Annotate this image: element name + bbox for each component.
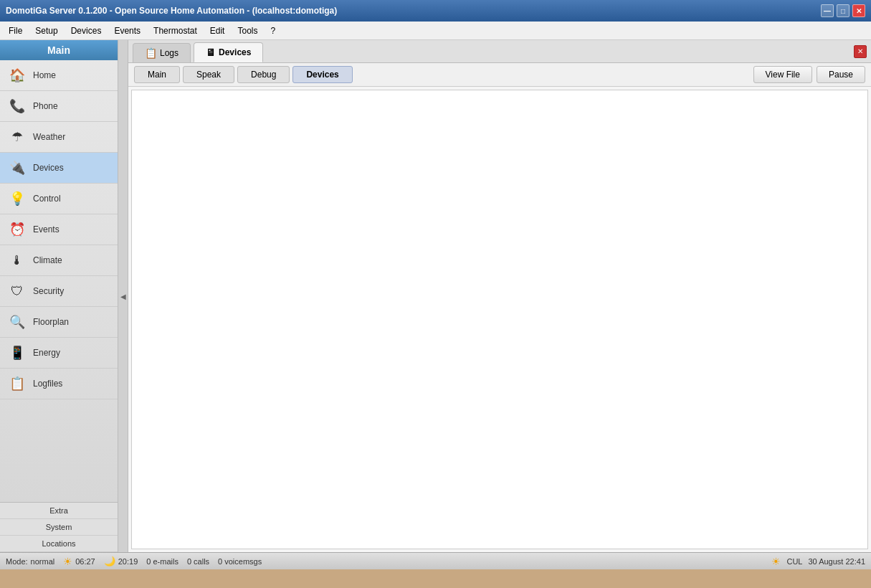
sun-icon: ☀ [63, 556, 72, 567]
sidebar-footer: ExtraSystemLocations [0, 502, 118, 552]
sun-time: 06:27 [75, 557, 95, 566]
action-btn-view-file[interactable]: View File [753, 66, 812, 83]
sidebar-item-control[interactable]: 💡 Control [0, 184, 118, 214]
tab-icon-devices: 🖥 [206, 47, 216, 58]
sidebar-icon-devices: 🔌 [7, 158, 27, 178]
tab-bar-left: 📋 Logs🖥 Devices [133, 42, 263, 62]
app: Main 🏠 Home📞 Phone☂ Weather🔌 Devices💡 Co… [0, 40, 871, 569]
status-calls: 0 calls [187, 557, 209, 566]
sidebar-icon-floorplan: 🔍 [7, 312, 27, 332]
status-right-sun-icon: ☀ [771, 556, 781, 567]
sidebar-footer-item-system[interactable]: System [0, 519, 118, 536]
sidebar-icon-logfiles: 📋 [7, 374, 27, 394]
menu-item-thermostat[interactable]: Thermostat [148, 24, 203, 38]
sidebar-item-events[interactable]: ⏰ Events [0, 214, 118, 245]
sidebar-item-phone[interactable]: 📞 Phone [0, 91, 118, 122]
titlebar-controls: — □ ✕ [821, 4, 865, 17]
sidebar-header: Main [0, 40, 118, 60]
sidebar-icon-energy: 📱 [7, 343, 27, 363]
sidebar-item-security[interactable]: 🛡 Security [0, 276, 118, 307]
sidebar: Main 🏠 Home📞 Phone☂ Weather🔌 Devices💡 Co… [0, 40, 118, 552]
status-mode: Mode: normal [6, 557, 54, 566]
tab-close-button[interactable]: ✕ [854, 45, 867, 58]
titlebar: DomotiGa Server 0.1.200 - Open Source Ho… [0, 0, 871, 22]
tab-label-devices: Devices [219, 47, 251, 57]
maximize-button[interactable]: □ [837, 4, 849, 17]
sidebar-item-climate[interactable]: 🌡 Climate [0, 245, 118, 276]
menu-item-edit[interactable]: Edit [204, 24, 231, 38]
sidebar-icon-climate: 🌡 [7, 250, 27, 270]
sidebar-item-home[interactable]: 🏠 Home [0, 60, 118, 91]
tab-label-logs: Logs [160, 48, 179, 58]
sidebar-label-climate: Climate [33, 255, 62, 265]
action-btn-pause[interactable]: Pause [817, 66, 865, 83]
status-sun: ☀ 06:27 [63, 556, 95, 567]
sidebar-collapse-handle[interactable]: ◀ [118, 40, 128, 552]
sub-tab-right: View FilePause [753, 66, 866, 83]
sidebar-item-energy[interactable]: 📱 Energy [0, 338, 118, 369]
tab-bar-right: ✕ [854, 45, 867, 60]
menu-item-devices[interactable]: Devices [65, 24, 108, 38]
sidebar-footer-item-extra[interactable]: Extra [0, 503, 118, 519]
sub-tab-speak[interactable]: Speak [183, 66, 234, 83]
sidebar-footer-item-locations[interactable]: Locations [0, 536, 118, 552]
sidebar-label-floorplan: Floorplan [33, 317, 69, 327]
log-area[interactable] [131, 90, 868, 549]
sidebar-label-home: Home [33, 70, 56, 80]
sidebar-label-weather: Weather [33, 132, 65, 142]
status-datetime: 30 August 22:41 [808, 557, 865, 566]
sidebar-icon-phone: 📞 [7, 96, 27, 116]
status-voicemsgs: 0 voicemsgs [218, 557, 262, 566]
sidebar-item-logfiles[interactable]: 📋 Logfiles [0, 369, 118, 399]
menubar: FileSetupDevicesEventsThermostatEditTool… [0, 22, 871, 40]
sidebar-item-weather[interactable]: ☂ Weather [0, 122, 118, 153]
sidebar-label-control: Control [33, 194, 61, 204]
status-mode-label: Mode: [6, 557, 28, 566]
sub-tab-debug[interactable]: Debug [237, 66, 290, 83]
sidebar-label-security: Security [33, 286, 64, 296]
sidebar-item-floorplan[interactable]: 🔍 Floorplan [0, 307, 118, 338]
sidebar-icon-events: ⏰ [7, 219, 27, 240]
content-area: Main 🏠 Home📞 Phone☂ Weather🔌 Devices💡 Co… [0, 40, 871, 552]
main-panel: 📋 Logs🖥 Devices ✕ MainSpeakDebugDevices … [128, 40, 871, 552]
status-emails: 0 e-mails [146, 557, 179, 566]
sidebar-item-devices[interactable]: 🔌 Devices [0, 153, 118, 184]
menu-item-tools[interactable]: Tools [232, 24, 263, 38]
status-mode-value: normal [31, 557, 55, 566]
sub-tab-left: MainSpeakDebugDevices [134, 66, 353, 83]
close-button[interactable]: ✕ [852, 4, 865, 17]
sub-tab-devices[interactable]: Devices [292, 66, 352, 83]
menu-item-?[interactable]: ? [265, 24, 281, 38]
menu-item-setup[interactable]: Setup [29, 24, 63, 38]
sidebar-icon-control: 💡 [7, 189, 27, 209]
sub-tab-bar: MainSpeakDebugDevices View FilePause [128, 63, 871, 87]
sidebar-icon-security: 🛡 [7, 281, 27, 301]
sidebar-icon-home: 🏠 [7, 65, 27, 85]
statusbar: Mode: normal ☀ 06:27 🌙 20:19 0 e-mails 0… [0, 552, 871, 569]
sidebar-label-events: Events [33, 224, 60, 234]
status-moon: 🌙 20:19 [104, 556, 138, 566]
main-tab-logs[interactable]: 📋 Logs [133, 43, 191, 62]
sub-tab-main[interactable]: Main [134, 66, 180, 83]
menu-item-events[interactable]: Events [108, 24, 146, 38]
main-tab-devices[interactable]: 🖥 Devices [194, 42, 263, 62]
sidebar-nav: 🏠 Home📞 Phone☂ Weather🔌 Devices💡 Control… [0, 60, 118, 502]
status-cul: CUL [786, 557, 802, 566]
status-right: ☀ CUL 30 August 22:41 [771, 556, 865, 567]
sidebar-label-energy: Energy [33, 348, 60, 358]
titlebar-title: DomotiGa Server 0.1.200 - Open Source Ho… [6, 6, 337, 16]
sidebar-label-logfiles: Logfiles [33, 379, 62, 389]
minimize-button[interactable]: — [821, 4, 834, 17]
moon-time: 20:19 [118, 557, 138, 566]
sidebar-label-phone: Phone [33, 101, 58, 111]
sidebar-icon-weather: ☂ [7, 127, 27, 147]
tab-bar: 📋 Logs🖥 Devices ✕ [128, 40, 871, 63]
moon-icon: 🌙 [104, 556, 115, 566]
menu-item-file[interactable]: File [3, 24, 28, 38]
tab-icon-logs: 📋 [145, 47, 157, 59]
sidebar-label-devices: Devices [33, 163, 64, 173]
